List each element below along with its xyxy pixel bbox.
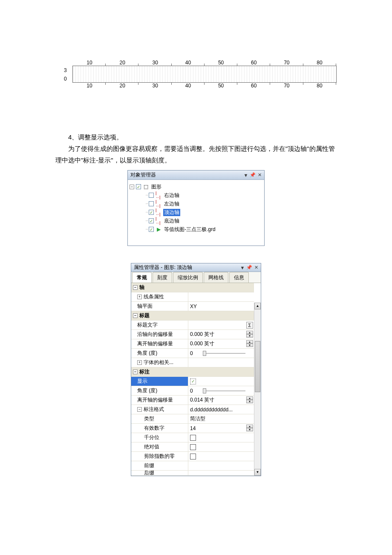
spinner-control[interactable]: ▲▼ <box>246 331 253 338</box>
collapse-icon[interactable]: − <box>133 285 138 290</box>
tab-scale[interactable]: 刻度 <box>153 272 172 283</box>
value-offset-along[interactable]: 0.000 英寸 ▲▼ <box>188 330 254 339</box>
checkbox[interactable]: ✓ <box>136 184 141 189</box>
row-suffix[interactable]: 后缀 <box>131 471 254 476</box>
tree-item-right-axis[interactable]: ┈ |↔| 右边轴 <box>130 191 262 199</box>
checkbox[interactable]: ✓ <box>149 218 154 223</box>
spinner-control[interactable]: ▲▼ <box>246 396 253 403</box>
checkbox[interactable] <box>190 454 196 460</box>
object-manager-header[interactable]: 对象管理器 ▼ 📌 ✕ <box>128 171 264 180</box>
expand-icon[interactable]: + <box>137 360 142 365</box>
row-offset-along[interactable]: 沿轴向的偏移量 0.000 英寸 ▲▼ <box>131 330 254 339</box>
row-type[interactable]: 类型 简洁型 <box>131 414 254 424</box>
pin-icon[interactable]: 📌 <box>250 172 256 178</box>
value-trim[interactable] <box>188 452 254 461</box>
row-prefix[interactable]: 前缀 <box>131 461 254 471</box>
tab-zoom[interactable]: 缩放比例 <box>173 272 203 283</box>
row-trim-zero[interactable]: 剪除指数的零 <box>131 452 254 461</box>
checkbox[interactable] <box>149 193 154 198</box>
tree-line: ┈ <box>146 219 148 223</box>
chart-section: 10 20 30 40 50 60 70 80 3 0 10 20 30 40 … <box>0 0 392 101</box>
checkbox[interactable]: ✓ <box>190 379 196 384</box>
section-axis[interactable]: −轴 <box>131 283 254 292</box>
tree-item-contour[interactable]: ┈ ✓ ▶ 等值线图-三点三极.grd <box>130 225 262 234</box>
spinner-control[interactable]: ▲▼ <box>246 340 253 347</box>
checkbox[interactable] <box>149 201 154 206</box>
tree-item-left-axis[interactable]: ┈ |↔| 左边轴 <box>130 199 262 208</box>
collapse-icon[interactable]: − <box>133 370 138 374</box>
value-font[interactable] <box>188 358 254 367</box>
row-label-format[interactable]: −标注格式 d.dddddddddddd... <box>131 405 254 414</box>
property-manager-panel: 属性管理器 - 图形: 顶边轴 ▼ 📌 ✕ 常规 刻度 缩放比例 网格线 信息 … <box>131 263 261 476</box>
object-manager-panel: 对象管理器 ▼ 📌 ✕ − ✓ ⬚ 图形 ┈ |↔| 右边轴 ┈ |↔| 左边轴… <box>127 170 265 246</box>
row-digits[interactable]: 有效数字 14 ▲▼ <box>131 424 254 433</box>
row-font[interactable]: +字体的相关... <box>131 358 254 367</box>
value-title-text[interactable]: Σ <box>188 321 254 330</box>
dropdown-icon[interactable]: ▼ <box>239 265 245 271</box>
tab-gridlines[interactable]: 网格线 <box>204 272 228 283</box>
collapse-icon[interactable]: − <box>137 407 142 412</box>
value-type[interactable]: 简洁型 <box>188 414 254 423</box>
dropdown-icon[interactable]: ▼ <box>243 172 249 178</box>
value-show-label[interactable]: ✓ <box>188 377 254 386</box>
step-heading: 4、调整显示选项。 <box>55 131 337 143</box>
value-digits[interactable]: 14 ▲▼ <box>188 424 254 433</box>
tab-general[interactable]: 常规 <box>132 272 152 283</box>
value-offset-away[interactable]: 0.000 英寸 ▲▼ <box>188 339 254 348</box>
row-axis-plane[interactable]: 轴平面 XY <box>131 302 254 311</box>
tree-item-top-axis[interactable]: ┈ ✓ |↔| 顶边轴 <box>130 208 262 217</box>
slider-track[interactable] <box>203 353 245 354</box>
row-offset-away[interactable]: 离开轴的偏移量 0.000 英寸 ▲▼ <box>131 339 254 349</box>
document-text: 4、调整显示选项。 为了使得生成的图像更容易观察，需要适当调整。先按照下图进行勾… <box>0 101 392 170</box>
y-axis-labels: 3 0 <box>64 67 67 82</box>
collapse-icon[interactable]: − <box>130 185 134 189</box>
chart-plot-area <box>72 66 337 83</box>
tree-root[interactable]: − ✓ ⬚ 图形 <box>130 182 262 191</box>
row-line-attr[interactable]: +线条属性 <box>131 292 254 302</box>
vertical-scrollbar[interactable]: ▲ ▼ <box>254 303 261 476</box>
row-label-angle[interactable]: 角度 (度) 0 <box>131 386 254 396</box>
value-label-format[interactable]: d.dddddddddddd... <box>188 405 254 414</box>
row-show-label[interactable]: 显示 ✓ <box>131 377 254 386</box>
scroll-thumb[interactable] <box>255 341 260 392</box>
tree-item-bottom-axis[interactable]: ┈ ✓ |↔| 底边轴 <box>130 217 262 225</box>
grid-file-icon: ▶ <box>156 227 161 232</box>
collapse-icon[interactable]: − <box>133 313 138 318</box>
property-manager-header[interactable]: 属性管理器 - 图形: 顶边轴 ▼ 📌 ✕ <box>131 263 261 272</box>
expand-icon[interactable]: + <box>137 295 142 299</box>
checkbox[interactable] <box>190 444 196 450</box>
tree-label: 底边轴 <box>163 217 180 225</box>
row-label-offset[interactable]: 离开轴的偏移量 0.014 英寸 ▲▼ <box>131 396 254 405</box>
tab-info[interactable]: 信息 <box>229 272 249 283</box>
tree-line: ┈ <box>146 210 148 214</box>
slider-track[interactable] <box>203 390 245 391</box>
scroll-up-button[interactable]: ▲ <box>254 303 261 309</box>
value-suffix[interactable] <box>188 471 254 475</box>
row-title-text[interactable]: 标题文字 Σ <box>131 321 254 330</box>
sigma-button[interactable]: Σ <box>246 322 253 329</box>
scroll-down-button[interactable]: ▼ <box>254 469 261 476</box>
value-line-attr[interactable] <box>188 292 254 301</box>
close-icon[interactable]: ✕ <box>253 265 259 271</box>
spinner-control[interactable]: ▲▼ <box>246 425 253 431</box>
row-title-angle[interactable]: 角度 (度) 0 <box>131 349 254 358</box>
value-label-angle[interactable]: 0 <box>188 386 254 395</box>
slider-thumb[interactable] <box>203 388 206 393</box>
row-thousands[interactable]: 千分位 <box>131 433 254 442</box>
axis-icon: |↔| <box>156 201 161 206</box>
pin-icon[interactable]: 📌 <box>246 265 252 271</box>
checkbox[interactable]: ✓ <box>149 227 154 232</box>
slider-thumb[interactable] <box>203 351 206 356</box>
value-axis-plane[interactable]: XY <box>188 302 254 311</box>
value-abs[interactable] <box>188 442 254 451</box>
checkbox[interactable]: ✓ <box>149 210 154 215</box>
section-label[interactable]: −标注 <box>131 367 254 377</box>
value-title-angle[interactable]: 0 <box>188 349 254 358</box>
value-prefix[interactable] <box>188 461 254 470</box>
checkbox[interactable] <box>190 435 196 441</box>
value-thousands[interactable] <box>188 433 254 442</box>
value-label-offset[interactable]: 0.014 英寸 ▲▼ <box>188 396 254 405</box>
row-abs[interactable]: 绝对值 <box>131 442 254 452</box>
close-icon[interactable]: ✕ <box>257 172 262 178</box>
section-title[interactable]: −标题 <box>131 311 254 321</box>
